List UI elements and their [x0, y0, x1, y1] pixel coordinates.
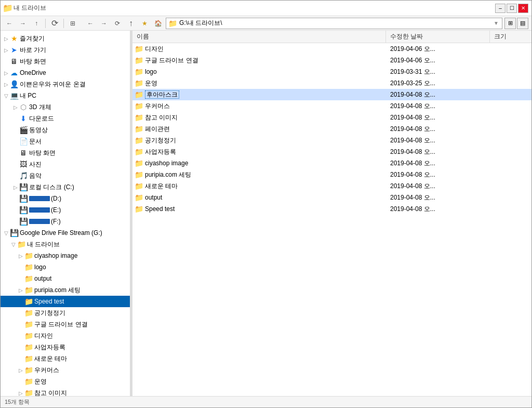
nav-item-cute[interactable]: ▷ 👤 이쁜은우와 귀여운 온결 — [1, 78, 130, 90]
nav-item-desktop[interactable]: ▷ 🖥 바탕 화면 — [1, 56, 130, 67]
file-date-cell: 2019-04-08 오... — [386, 182, 490, 191]
col-header-name[interactable]: 이름 — [132, 31, 386, 43]
close-button[interactable]: ✕ — [518, 4, 528, 13]
file-row[interactable]: 📁사업자등록2019-04-08 오... — [132, 146, 531, 157]
minimize-button[interactable]: – — [495, 4, 506, 13]
nav-item-gdrive[interactable]: ▽ 💾 Google Drive File Stream (G:) — [1, 227, 130, 239]
file-date-cell: 2019-04-08 오... — [386, 90, 490, 99]
file-date-cell: 2019-03-25 오... — [386, 79, 490, 88]
forward-button[interactable]: → — [17, 18, 29, 29]
nav-item-docs[interactable]: ▷ 📄 문서 — [1, 136, 130, 147]
file-row[interactable]: 📁구글 드라이브 연결2019-04-06 오... — [132, 55, 531, 66]
folder-output-icon: 📁 — [24, 274, 33, 283]
nav-item-photos[interactable]: ▷ 🖼 사진 — [1, 159, 130, 170]
nav-item-refimg[interactable]: ▷ 📁 참고 이미지 — [1, 387, 130, 396]
file-row[interactable]: 📁페이관련2019-04-08 오... — [132, 123, 531, 135]
nav-item-mypc[interactable]: ▽ 💻 내 PC — [1, 90, 130, 101]
folder-design-icon: 📁 — [24, 332, 33, 340]
back-button[interactable]: ← — [4, 18, 15, 29]
nav-item-design[interactable]: ▷ 📁 디자인 — [1, 330, 130, 341]
expand-onedrive[interactable]: ▷ — [3, 69, 10, 76]
nav-item-newtheme[interactable]: ▷ 📁 새로운 테마 — [1, 353, 130, 364]
expand-cute[interactable]: ▷ — [3, 81, 10, 88]
folder-icon: 📁 — [135, 170, 143, 179]
file-row[interactable]: 📁디자인2019-04-06 오... — [132, 43, 531, 55]
view-small-btn[interactable]: ▤ — [517, 18, 528, 29]
file-name-cell: 📁사업자등록 — [132, 148, 386, 156]
folder-icon: 📁 — [135, 159, 143, 167]
file-row[interactable]: 📁후아마스크2019-04-08 오... — [132, 89, 531, 100]
folder-icon: 📁 — [135, 205, 143, 213]
expand-puripia[interactable]: ▷ — [17, 286, 24, 294]
nav-item-operation[interactable]: ▷ 📁 운영 — [1, 376, 130, 387]
nav-item-speedtest[interactable]: ▷ 📁 Speed test — [1, 296, 130, 307]
file-row[interactable]: 📁운영2019-03-25 오... — [132, 77, 531, 89]
nav-item-output[interactable]: ▷ 📁 output — [1, 273, 130, 284]
file-row[interactable]: 📁puripia.com 세팅2019-04-08 오... — [132, 169, 531, 180]
nav-item-3d[interactable]: ▷ ⬡ 3D 개체 — [1, 101, 130, 113]
nav-item-drived[interactable]: ▷ 💾 (D:) — [1, 193, 130, 204]
col-header-size[interactable]: 크기 — [490, 31, 531, 43]
file-row[interactable]: 📁새로운 테마2019-04-08 오... — [132, 180, 531, 192]
expand-ciyashop[interactable]: ▷ — [17, 252, 24, 259]
maximize-button[interactable]: ☐ — [507, 4, 517, 13]
expand-favorites[interactable]: ▷ — [3, 35, 10, 42]
nav-item-video[interactable]: ▷ 🎬 동영상 — [1, 124, 130, 136]
address-dropdown-arrow[interactable]: ▼ — [494, 20, 500, 26]
expand-3d[interactable]: ▷ — [12, 103, 19, 111]
file-row[interactable]: 📁참고 이미지2019-04-08 오... — [132, 112, 531, 123]
nav-item-logo[interactable]: ▷ 📁 logo — [1, 261, 130, 273]
file-name-text: puripia.com 세팅 — [145, 170, 191, 179]
nav-item-download[interactable]: ▷ ⬇ 다운로드 — [1, 113, 130, 124]
folder-puripia-icon: 📁 — [24, 286, 33, 294]
addr-up-button[interactable]: ↑ — [125, 18, 137, 29]
nav-item-favorites[interactable]: ▷ ★ 즐겨찾기 — [1, 33, 130, 44]
col-header-date[interactable]: 수정한 날짜 — [386, 31, 490, 43]
addr-extra-button[interactable]: ★ — [139, 18, 150, 29]
folder-icon: 📁 — [135, 193, 143, 202]
addr-refresh-button[interactable]: ⟳ — [112, 18, 123, 29]
expand-gdrive[interactable]: ▽ — [3, 229, 10, 236]
grid-button[interactable]: ⊞ — [67, 18, 78, 29]
file-row[interactable]: 📁ciyashop image2019-04-08 오... — [132, 157, 531, 169]
file-rows-container: 📁디자인2019-04-06 오...📁구글 드라이브 연결2019-04-06… — [132, 43, 531, 215]
refresh-button[interactable]: ⟳ — [49, 18, 60, 29]
address-bar-field[interactable]: 📁 G:\내 드라이브\ ▼ — [166, 18, 502, 29]
nav-item-recent[interactable]: ▷ ➤ 바로 가기 — [1, 44, 130, 56]
file-row[interactable]: 📁우커머스2019-04-08 오... — [132, 100, 531, 112]
window-title: 내 드라이브 — [14, 4, 495, 12]
nav-item-desktopf[interactable]: ▷ 🖥 바탕 화면 — [1, 147, 130, 159]
nav-item-woocommerce[interactable]: ▷ 📁 우커머스 — [1, 364, 130, 376]
nav-item-drivef[interactable]: ▷ 💾 (F:) — [1, 216, 130, 227]
expand-mydrive[interactable]: ▽ — [10, 241, 17, 248]
expand-refimg[interactable]: ▷ — [17, 389, 24, 396]
file-row[interactable]: 📁Speed test2019-04-08 오... — [132, 203, 531, 215]
nav-item-bizreg[interactable]: ▷ 📁 사업자등록 — [1, 341, 130, 353]
file-row[interactable]: 📁logo2019-03-31 오... — [132, 66, 531, 77]
nav-item-mydrive[interactable]: ▽ 📁 내 드라이브 — [1, 239, 130, 250]
nav-item-music[interactable]: ▷ 🎵 음악 — [1, 170, 130, 181]
expand-recent[interactable]: ▷ — [3, 46, 10, 54]
nav-item-onedrive[interactable]: ▷ ☁ OneDrive — [1, 67, 130, 78]
file-row[interactable]: 📁output2019-04-08 오... — [132, 192, 531, 203]
nav-item-drivee[interactable]: ▷ 💾 (E:) — [1, 204, 130, 216]
up-button[interactable]: ↑ — [31, 18, 42, 29]
expand-localc[interactable]: ▷ — [12, 183, 19, 191]
nav-item-localc[interactable]: ▷ 💾 로컬 디스크 (C:) — [1, 181, 130, 193]
file-panel: 이름 수정한 날짜 크기 📁디자인2019-04-06 오...📁구글 드라이브… — [132, 31, 531, 396]
file-name-cell: 📁페이관련 — [132, 125, 386, 134]
file-name-cell: 📁후아마스크 — [132, 90, 386, 99]
addr-back-button[interactable]: ← — [85, 18, 96, 29]
addr-forward-button[interactable]: → — [98, 18, 110, 29]
file-name-cell: 📁새로운 테마 — [132, 182, 386, 191]
addr-home-button[interactable]: 🏠 — [152, 18, 164, 29]
nav-item-airclean[interactable]: ▷ 📁 공기청정기 — [1, 307, 130, 319]
nav-item-gdconnect[interactable]: ▷ 📁 구글 드라이브 연결 — [1, 319, 130, 330]
file-row[interactable]: 📁공기청정기2019-04-08 오... — [132, 135, 531, 146]
view-large-btn[interactable]: ⊞ — [504, 18, 516, 29]
expand-woocommerce[interactable]: ▷ — [17, 366, 24, 374]
drive-f-bar — [29, 219, 50, 224]
nav-item-puripia[interactable]: ▷ 📁 puripia.com 세팅 — [1, 284, 130, 296]
nav-item-ciyashop[interactable]: ▷ 📁 ciyashop image — [1, 250, 130, 261]
expand-mypc[interactable]: ▽ — [3, 92, 10, 99]
